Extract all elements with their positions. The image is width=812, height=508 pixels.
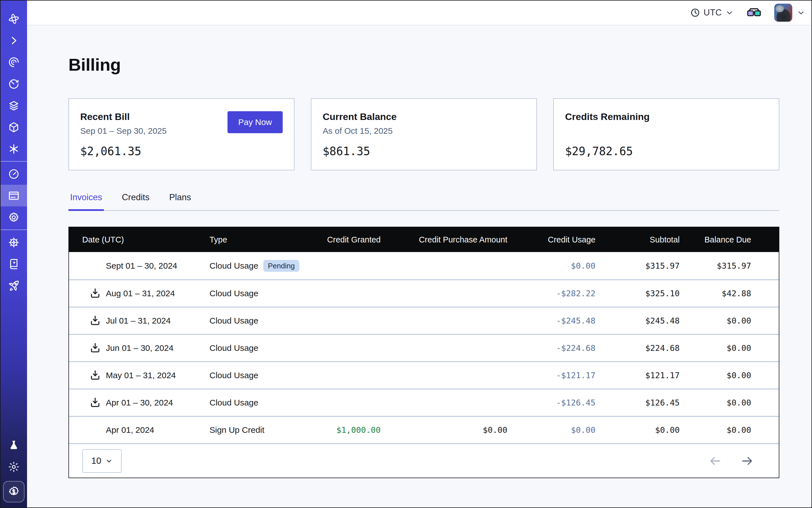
- credit-granted-value: $1,000.00: [336, 425, 381, 435]
- subtotal-value: $0.00: [655, 425, 680, 435]
- download-invoice-icon[interactable]: [89, 396, 101, 409]
- clock-icon: [690, 8, 700, 18]
- balance-due-value: $0.00: [727, 343, 751, 353]
- column-header: Type: [210, 235, 311, 245]
- invoice-date: Sept 01 – 30, 2024: [106, 261, 177, 270]
- invoice-type: Sign Up Credit: [210, 425, 264, 435]
- settings-gear-icon[interactable]: [1, 206, 27, 228]
- date-cell: Sept 01 – 30, 2024: [82, 260, 210, 272]
- column-header: Credit Purchase Amount: [419, 235, 507, 245]
- brightness-icon[interactable]: [1, 456, 27, 477]
- date-cell: Jul 01 – 31, 2024: [82, 314, 210, 327]
- history-icon[interactable]: [1, 73, 27, 95]
- credit-usage-value: -$126.45: [556, 398, 596, 408]
- invoice-date: May 01 – 31, 2024: [106, 371, 176, 380]
- labs-flask-icon[interactable]: [1, 434, 27, 456]
- balance-due-value: $0.00: [727, 371, 751, 380]
- table-row: Apr 01, 2024 Sign Up Credit $1,000.00 $0…: [69, 416, 779, 443]
- layers-icon[interactable]: [1, 95, 27, 116]
- helm-icon[interactable]: [1, 231, 27, 253]
- subtotal-value: $325.10: [645, 289, 680, 298]
- cube-icon[interactable]: [1, 116, 27, 138]
- table-row: Jun 01 – 30, 2024 Cloud Usage -$224.68 $…: [69, 334, 779, 361]
- gauge-icon[interactable]: [1, 163, 27, 185]
- invoice-type: Cloud Usage: [210, 316, 258, 326]
- column-header: Subtotal: [650, 235, 680, 245]
- summary-card: Current Balance As of Oct 15, 2025 $861.…: [311, 98, 537, 170]
- table-row: Jul 01 – 31, 2024 Cloud Usage -$245.48 $…: [69, 307, 779, 334]
- invoice-date: Aug 01 – 31, 2024: [106, 289, 175, 298]
- balance-due-value: $0.00: [727, 398, 751, 408]
- table-footer: 10: [69, 443, 779, 477]
- main-content: Billing Recent Bill Sep 01 – Sep 30, 202…: [27, 25, 811, 507]
- download-invoice-icon[interactable]: [89, 287, 101, 300]
- sidebar-bottom-group: [1, 434, 27, 507]
- balance-due-value: $0.00: [727, 425, 751, 435]
- invoice-type: Cloud Usage: [210, 343, 258, 353]
- type-cell: Cloud Usage: [210, 398, 311, 408]
- download-invoice-icon[interactable]: [89, 314, 101, 327]
- subtotal-value: $245.48: [645, 316, 680, 326]
- column-header: Balance Due: [704, 235, 751, 245]
- app-window: UTC Billing: [0, 0, 812, 508]
- dollar-badge-icon[interactable]: [3, 481, 25, 502]
- invoice-date: Apr 01, 2024: [106, 425, 154, 435]
- credit-purchase-value: $0.00: [483, 425, 507, 435]
- table-row: Sept 01 – 30, 2024 Cloud Usage Pending $…: [69, 252, 779, 279]
- card-amount: $861.35: [323, 145, 525, 158]
- topbar: UTC: [27, 1, 811, 25]
- page-size-select[interactable]: 10: [82, 449, 122, 473]
- asterisk-icon[interactable]: [1, 138, 27, 160]
- invoice-date: Apr 01 – 30, 2024: [106, 398, 173, 408]
- timezone-label: UTC: [703, 8, 722, 18]
- balance-due-value: $42.88: [722, 289, 751, 298]
- goggles-icon[interactable]: [747, 7, 761, 18]
- pay-now-button[interactable]: Pay Now: [227, 111, 283, 133]
- rocket-icon[interactable]: [1, 275, 27, 297]
- chevron-down-icon: [797, 8, 805, 17]
- download-invoice-icon[interactable]: [89, 369, 101, 382]
- date-cell: Apr 01, 2024: [82, 424, 210, 436]
- previous-page-arrow-icon[interactable]: [709, 454, 722, 468]
- type-cell: Cloud Usage: [210, 316, 311, 326]
- account-menu[interactable]: [774, 4, 805, 22]
- billing-icon[interactable]: [1, 185, 27, 206]
- credit-usage-value: -$282.22: [556, 289, 596, 298]
- docs-book-icon[interactable]: [1, 253, 27, 275]
- card-amount: $2,061.35: [80, 145, 283, 158]
- collapse-chevron-icon[interactable]: [1, 30, 27, 51]
- subtotal-value: $126.45: [645, 398, 680, 408]
- card-title: Current Balance: [323, 111, 525, 122]
- table-row: Apr 01 – 30, 2024 Cloud Usage -$126.45 $…: [69, 389, 779, 416]
- summary-card: Recent Bill Sep 01 – Sep 30, 2025 $2,061…: [69, 98, 295, 170]
- sidebar: [1, 1, 27, 507]
- pagination-controls: [709, 454, 754, 468]
- column-header: Credit Usage: [548, 235, 596, 245]
- tab[interactable]: Credits: [120, 192, 151, 211]
- date-cell: Aug 01 – 31, 2024: [82, 287, 210, 300]
- type-cell: Cloud Usage Pending: [210, 260, 311, 272]
- next-page-arrow-icon[interactable]: [740, 454, 754, 468]
- summary-cards: Recent Bill Sep 01 – Sep 30, 2025 $2,061…: [69, 98, 779, 170]
- column-header: Credit Granted: [327, 235, 381, 245]
- invoice-type: Cloud Usage: [210, 261, 258, 270]
- avatar[interactable]: [774, 4, 792, 22]
- sidebar-divider: [1, 161, 27, 162]
- subtotal-value: $315.97: [645, 261, 680, 270]
- iris-icon[interactable]: [1, 51, 27, 73]
- tab[interactable]: Invoices: [69, 192, 104, 211]
- page-size-value: 10: [91, 456, 101, 466]
- subtotal-value: $121.17: [645, 371, 680, 380]
- status-badge: Pending: [263, 260, 299, 272]
- date-cell: Apr 01 – 30, 2024: [82, 396, 210, 409]
- billing-tabs: InvoicesCreditsPlans: [69, 192, 779, 211]
- credit-usage-value: -$245.48: [556, 316, 596, 326]
- orbit-logo-icon[interactable]: [1, 8, 27, 30]
- invoice-type: Cloud Usage: [210, 289, 258, 298]
- credit-usage-value: $0.00: [571, 261, 596, 270]
- tab[interactable]: Plans: [168, 192, 193, 211]
- invoice-type: Cloud Usage: [210, 398, 258, 408]
- download-invoice-icon[interactable]: [89, 342, 101, 354]
- timezone-selector[interactable]: UTC: [690, 8, 734, 18]
- type-cell: Cloud Usage: [210, 289, 311, 298]
